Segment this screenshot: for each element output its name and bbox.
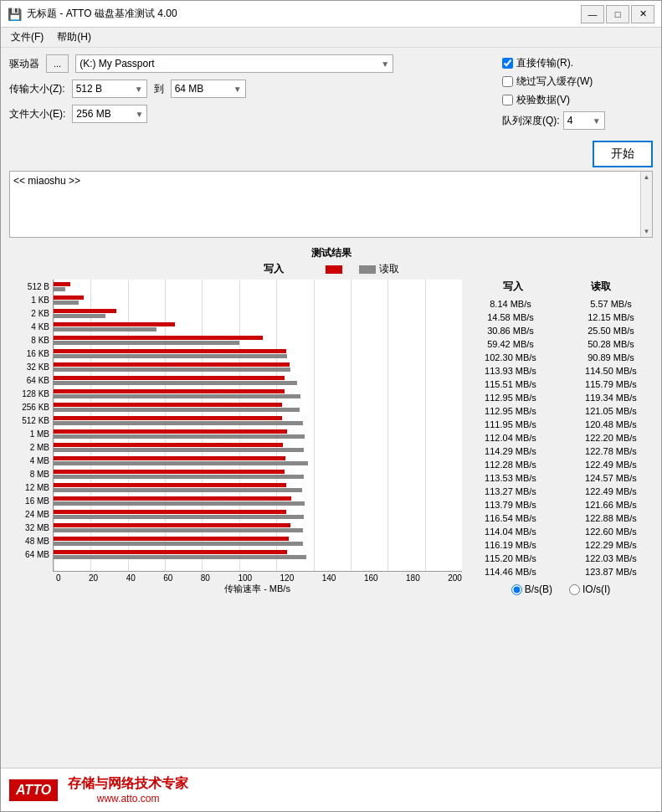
write-bar <box>54 296 84 300</box>
footer: ATTO 存储与网络技术专家 www.atto.com <box>1 768 661 811</box>
transfer-from-value: 512 B <box>76 83 102 95</box>
browse-button[interactable]: ... <box>46 54 69 73</box>
x-axis-labels: 020406080100120140160180200 <box>53 573 462 583</box>
verify-data-row: 校验数据(V) <box>502 93 653 107</box>
read-bar <box>54 461 308 465</box>
bar-pair <box>54 440 462 454</box>
minimize-button[interactable]: — <box>581 5 604 23</box>
read-bar <box>54 354 287 358</box>
bar-pair <box>54 373 462 387</box>
maximize-button[interactable]: □ <box>606 5 629 23</box>
bar-pair <box>54 534 462 547</box>
write-bar <box>54 282 70 286</box>
file-size-label: 文件大小(E): <box>9 107 65 121</box>
start-button[interactable]: 开始 <box>593 141 653 167</box>
bar-pair <box>54 400 462 414</box>
stats-write-cell: 112.95 MB/s <box>469 404 552 418</box>
stats-write-cell: 112.95 MB/s <box>469 391 552 404</box>
bypass-cache-row: 绕过写入缓存(W) <box>502 75 653 89</box>
queue-depth-select[interactable]: 4 ▼ <box>563 111 605 130</box>
read-bar <box>54 528 303 532</box>
stats-read-cell: 122.49 MB/s <box>569 485 653 498</box>
file-size-value: 256 MB <box>76 108 110 120</box>
log-scrollbar[interactable]: ▲ ▼ <box>640 172 652 237</box>
direct-transfer-label: 直接传输(R). <box>516 56 573 70</box>
transfer-to-value: 64 MB <box>175 83 204 95</box>
io-radio[interactable] <box>569 584 580 595</box>
stats-row: 114.29 MB/s122.78 MB/s <box>469 445 653 458</box>
bypass-cache-checkbox[interactable] <box>502 76 513 87</box>
x-label: 140 <box>322 573 336 583</box>
bar-pair <box>54 467 462 481</box>
bar-pair <box>54 521 462 534</box>
stats-read-cell: 122.49 MB/s <box>569 458 653 471</box>
bar-pair <box>54 414 462 427</box>
read-bar <box>54 515 304 519</box>
drive-dropdown-arrow: ▼ <box>381 59 389 69</box>
stats-read-header: 读取 <box>591 280 611 294</box>
scroll-down-arrow[interactable]: ▼ <box>644 228 650 235</box>
stats-write-cell: 115.51 MB/s <box>469 378 552 391</box>
file-size-select[interactable]: 256 MB ▼ <box>72 105 147 123</box>
main-window: 💾 无标题 - ATTO 磁盘基准测试 4.00 — □ ✕ 文件(F) 帮助(… <box>0 0 662 812</box>
forms-area: 驱动器 ... (K:) My Passport ▼ 传输大小(Z): 512 … <box>9 54 494 167</box>
read-legend-color <box>359 265 376 274</box>
y-label: 4 KB <box>31 320 49 333</box>
read-bar <box>54 341 239 345</box>
stats-row: 112.95 MB/s119.34 MB/s <box>469 391 653 404</box>
stats-read-cell: 124.57 MB/s <box>569 471 653 485</box>
stats-write-cell: 116.54 MB/s <box>469 511 552 525</box>
bytes-radio[interactable] <box>511 584 522 595</box>
x-label: 100 <box>238 573 252 583</box>
write-bar <box>54 496 291 501</box>
transfer-to-select[interactable]: 64 MB ▼ <box>171 80 246 98</box>
stats-row: 116.19 MB/s122.29 MB/s <box>469 538 653 552</box>
drive-select[interactable]: (K:) My Passport ▼ <box>75 54 393 73</box>
x-axis-title: 传输速率 - MB/s <box>53 583 462 595</box>
stats-write-cell: 111.95 MB/s <box>469 418 552 431</box>
read-bar <box>54 501 305 506</box>
direct-transfer-checkbox[interactable] <box>502 58 513 69</box>
y-label: 8 MB <box>30 467 49 481</box>
stats-write-cell: 30.86 MB/s <box>469 324 552 337</box>
bar-pair <box>54 427 462 440</box>
chart-container: 512 B1 KB2 KB4 KB8 KB16 KB32 KB64 KB128 … <box>9 280 653 595</box>
stats-row: 113.53 MB/s124.57 MB/s <box>469 471 653 485</box>
verify-data-checkbox[interactable] <box>502 95 513 105</box>
transfer-size-label: 传输大小(Z): <box>9 82 65 96</box>
stats-read-cell: 121.05 MB/s <box>569 404 653 418</box>
stats-write-cell: 114.29 MB/s <box>469 445 552 458</box>
read-bar <box>54 327 157 331</box>
stats-row: 102.30 MB/s90.89 MB/s <box>469 351 653 364</box>
main-content: 驱动器 ... (K:) My Passport ▼ 传输大小(Z): 512 … <box>1 48 661 768</box>
write-bar <box>54 416 282 420</box>
transfer-from-select[interactable]: 512 B ▼ <box>72 80 147 98</box>
stats-read-cell: 122.20 MB/s <box>569 431 653 445</box>
footer-website: www.atto.com <box>97 793 160 804</box>
stats-write-cell: 14.58 MB/s <box>469 311 552 324</box>
write-bar <box>54 470 285 474</box>
bar-pair <box>54 494 462 507</box>
io-radio-label[interactable]: IO/s(I) <box>569 583 610 595</box>
stats-read-cell: 25.50 MB/s <box>569 324 653 337</box>
scroll-up-arrow[interactable]: ▲ <box>644 173 650 181</box>
stats-row: 111.95 MB/s120.48 MB/s <box>469 418 653 431</box>
stats-read-cell: 50.28 MB/s <box>569 337 653 351</box>
x-label: 120 <box>280 573 295 583</box>
stats-write-cell: 113.27 MB/s <box>469 485 552 498</box>
y-label: 64 KB <box>27 373 49 387</box>
bar-pair <box>54 454 462 467</box>
stats-read-cell: 115.79 MB/s <box>569 378 653 391</box>
stats-read-cell: 90.89 MB/s <box>569 351 653 364</box>
menu-help[interactable]: 帮助(H) <box>50 29 98 45</box>
x-label: 160 <box>364 573 378 583</box>
write-bar <box>54 349 286 353</box>
bytes-radio-label[interactable]: B/s(B) <box>511 583 552 595</box>
stats-read-cell: 5.57 MB/s <box>569 297 653 311</box>
stats-row: 112.95 MB/s121.05 MB/s <box>469 404 653 418</box>
write-bar <box>54 322 175 326</box>
close-button[interactable]: ✕ <box>631 5 654 23</box>
y-label: 12 MB <box>25 481 49 494</box>
menu-file[interactable]: 文件(F) <box>4 29 50 45</box>
driver-label: 驱动器 <box>9 57 39 71</box>
